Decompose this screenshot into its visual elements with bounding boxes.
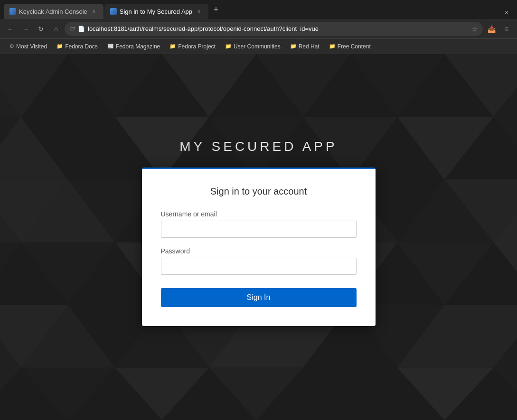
secured-app-favicon — [110, 8, 117, 15]
login-card-title: Sign in to your account — [161, 186, 357, 197]
back-button[interactable]: ← — [4, 22, 17, 36]
bookmark-most-visited-label: Most Visited — [16, 43, 47, 50]
tab-bar: Keycloak Admin Console × Sign in to My S… — [0, 0, 517, 19]
home-button[interactable]: ⌂ — [49, 22, 63, 36]
address-input[interactable] — [88, 25, 469, 32]
bookmark-fedora-project[interactable]: 📁 Fedora Project — [166, 42, 219, 51]
bookmark-user-communities-label: User Communities — [234, 43, 281, 50]
username-input[interactable] — [161, 221, 357, 238]
bookmark-user-communities[interactable]: 📁 User Communities — [221, 42, 284, 51]
bookmark-fedora-docs[interactable]: 📁 Fedora Docs — [53, 42, 102, 51]
tab-secured-close[interactable]: × — [195, 8, 203, 15]
bookmark-most-visited[interactable]: ⚙ Most Visited — [6, 42, 51, 51]
close-window-button[interactable]: × — [500, 6, 513, 19]
bookmark-red-hat[interactable]: 📁 Red Hat — [286, 42, 323, 51]
bookmarks-bar: ⚙ Most Visited 📁 Fedora Docs 📰 Fedora Ma… — [0, 39, 517, 54]
home-icon: ⌂ — [54, 25, 58, 33]
security-icon: 🛡 — [69, 26, 75, 32]
login-card: Sign in to your account Username or emai… — [142, 168, 376, 326]
bookmark-free-content-label: Free Content — [338, 43, 371, 50]
address-bar-wrapper[interactable]: 🛡 📄 ☆ — [65, 22, 483, 36]
password-form-group: Password — [161, 247, 357, 275]
menu-icon: ≡ — [505, 25, 508, 33]
tab-keycloak-label: Keycloak Admin Console — [19, 8, 87, 15]
free-content-icon: 📁 — [329, 43, 336, 49]
browser-window: Keycloak Admin Console × Sign in to My S… — [0, 0, 517, 420]
app-title: MY SECURED APP — [179, 139, 337, 154]
pocket-icon: 📥 — [488, 25, 496, 33]
bookmark-fedora-magazine[interactable]: 📰 Fedora Magazine — [103, 42, 164, 51]
tab-keycloak-admin[interactable]: Keycloak Admin Console × — [4, 4, 103, 19]
back-icon: ← — [7, 25, 14, 33]
sign-in-button[interactable]: Sign In — [161, 288, 357, 307]
page-icon: 📄 — [78, 26, 85, 32]
bookmark-fedora-docs-label: Fedora Docs — [65, 43, 98, 50]
navigation-bar: ← → ↻ ⌂ 🛡 📄 ☆ 📥 ≡ — [0, 19, 517, 39]
reload-button[interactable]: ↻ — [34, 22, 47, 36]
fedora-magazine-icon: 📰 — [107, 43, 114, 49]
tab-secured-label: Sign in to My Secured App — [120, 8, 192, 15]
fedora-docs-icon: 📁 — [56, 43, 63, 49]
username-form-group: Username or email — [161, 210, 357, 238]
bookmark-red-hat-label: Red Hat — [299, 43, 320, 50]
forward-icon: → — [22, 25, 29, 33]
bookmark-star-icon[interactable]: ☆ — [472, 25, 478, 33]
login-overlay: MY SECURED APP Sign in to your account U… — [0, 54, 517, 420]
reload-icon: ↻ — [38, 25, 44, 33]
fedora-project-icon: 📁 — [169, 43, 176, 49]
password-label: Password — [161, 247, 357, 255]
tab-keycloak-close[interactable]: × — [90, 8, 98, 15]
password-input[interactable] — [161, 258, 357, 275]
bookmark-fedora-magazine-label: Fedora Magazine — [116, 43, 160, 50]
bookmark-free-content[interactable]: 📁 Free Content — [325, 42, 375, 51]
username-label: Username or email — [161, 210, 357, 218]
new-tab-button[interactable]: + — [209, 3, 223, 16]
red-hat-icon: 📁 — [290, 43, 297, 49]
user-communities-icon: 📁 — [225, 43, 232, 49]
pocket-button[interactable]: 📥 — [485, 22, 498, 36]
tab-secured-app[interactable]: Sign in to My Secured App × — [104, 4, 208, 19]
bookmark-fedora-project-label: Fedora Project — [178, 43, 216, 50]
page-content: MY SECURED APP Sign in to your account U… — [0, 54, 517, 420]
most-visited-icon: ⚙ — [9, 43, 14, 49]
menu-button[interactable]: ≡ — [500, 22, 513, 36]
keycloak-favicon — [9, 8, 16, 15]
forward-button[interactable]: → — [19, 22, 32, 36]
close-window-icon: × — [505, 9, 508, 16]
new-tab-icon: + — [214, 5, 219, 15]
